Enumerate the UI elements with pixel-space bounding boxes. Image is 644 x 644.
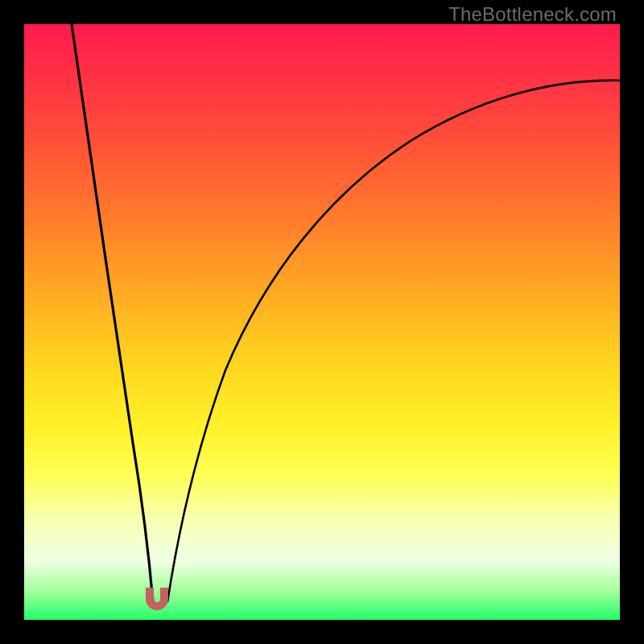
- watermark-text: TheBottleneck.com: [448, 3, 617, 26]
- left-curve: [72, 24, 153, 602]
- bottleneck-marker: [146, 588, 168, 610]
- right-curve: [167, 80, 620, 602]
- plot-area: [24, 24, 620, 620]
- curve-layer: [24, 24, 620, 620]
- chart-frame: TheBottleneck.com: [0, 0, 644, 644]
